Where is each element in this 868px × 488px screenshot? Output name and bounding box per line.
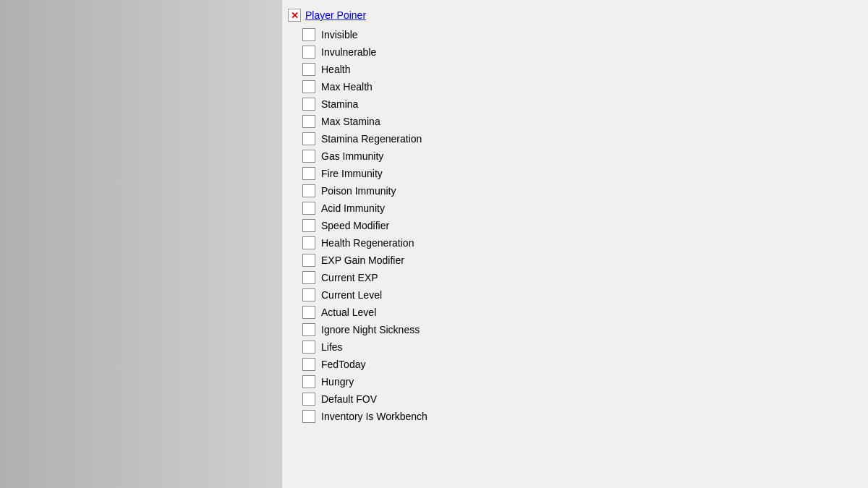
checkbox-hungry[interactable] (302, 375, 315, 388)
checkbox-acid-immunity[interactable] (302, 202, 315, 215)
checkbox-max-health[interactable] (302, 80, 315, 93)
list-item-fedtoday: FedToday (282, 356, 868, 373)
checkbox-invisible[interactable] (302, 28, 315, 41)
list-item-invulnerable: Invulnerable (282, 43, 868, 61)
label-health: Health (321, 64, 350, 75)
label-current-exp: Current EXP (321, 272, 378, 283)
checkbox-current-level[interactable] (302, 288, 315, 301)
checkbox-ignore-night-sickness[interactable] (302, 323, 315, 336)
list-item-inventory-is-workbench: Inventory Is Workbench (282, 408, 868, 425)
list-item-current-exp: Current EXP (282, 269, 868, 286)
label-speed-modifier: Speed Modifier (321, 220, 389, 231)
checkbox-actual-level[interactable] (302, 306, 315, 319)
list-item-stamina-regeneration: Stamina Regeneration (282, 130, 868, 147)
list-item-actual-level: Actual Level (282, 304, 868, 321)
list-item-gas-immunity: Gas Immunity (282, 147, 868, 165)
label-max-stamina: Max Stamina (321, 116, 380, 127)
label-hungry: Hungry (321, 376, 354, 388)
label-ignore-night-sickness: Ignore Night Sickness (321, 324, 420, 335)
list-item-exp-gain-modifier: EXP Gain Modifier (282, 252, 868, 269)
checkbox-stamina[interactable] (302, 98, 315, 111)
label-default-fov: Default FOV (321, 393, 377, 405)
list-item-acid-immunity: Acid Immunity (282, 200, 868, 217)
section-title: Player Poiner (305, 9, 366, 21)
checkbox-default-fov[interactable] (302, 393, 315, 406)
label-max-health: Max Health (321, 81, 373, 93)
label-inventory-is-workbench: Inventory Is Workbench (321, 411, 427, 422)
label-fedtoday: FedToday (321, 359, 365, 370)
label-lifes: Lifes (321, 341, 343, 353)
label-health-regeneration: Health Regeneration (321, 237, 414, 249)
checkbox-inventory-is-workbench[interactable] (302, 410, 315, 423)
label-stamina: Stamina (321, 98, 358, 110)
label-gas-immunity: Gas Immunity (321, 150, 383, 162)
checkbox-exp-gain-modifier[interactable] (302, 254, 315, 267)
list-item-health: Health (282, 61, 868, 78)
checkbox-current-exp[interactable] (302, 271, 315, 284)
list-item-stamina: Stamina (282, 95, 868, 113)
checkbox-fire-immunity[interactable] (302, 167, 315, 180)
checkbox-speed-modifier[interactable] (302, 219, 315, 232)
label-current-level: Current Level (321, 289, 382, 301)
label-invisible: Invisible (321, 29, 358, 40)
list-item-hungry: Hungry (282, 373, 868, 390)
list-item-invisible: Invisible (282, 26, 868, 43)
list-item-poison-immunity: Poison Immunity (282, 182, 868, 200)
label-poison-immunity: Poison Immunity (321, 185, 396, 197)
list-item-default-fov: Default FOV (282, 390, 868, 408)
checkbox-lifes[interactable] (302, 341, 315, 354)
checkbox-gas-immunity[interactable] (302, 150, 315, 163)
section-header: ✕ Player Poiner (282, 6, 868, 26)
checkbox-health-regeneration[interactable] (302, 236, 315, 249)
list-item-max-stamina: Max Stamina (282, 113, 868, 130)
section-header-checkbox[interactable]: ✕ (288, 9, 301, 22)
checkbox-poison-immunity[interactable] (302, 184, 315, 197)
list-item-fire-immunity: Fire Immunity (282, 165, 868, 182)
checkbox-stamina-regeneration[interactable] (302, 132, 315, 145)
checkbox-max-stamina[interactable] (302, 115, 315, 128)
list-item-current-level: Current Level (282, 286, 868, 304)
label-invulnerable: Invulnerable (321, 46, 376, 58)
label-actual-level: Actual Level (321, 307, 376, 318)
list-item-ignore-night-sickness: Ignore Night Sickness (282, 321, 868, 338)
checkbox-health[interactable] (302, 63, 315, 76)
main-content: ✕ Player Poiner InvisibleInvulnerableHea… (282, 0, 868, 488)
items-list: InvisibleInvulnerableHealthMax HealthSta… (282, 26, 868, 425)
label-stamina-regeneration: Stamina Regeneration (321, 133, 422, 145)
checkbox-fedtoday[interactable] (302, 358, 315, 371)
label-fire-immunity: Fire Immunity (321, 168, 383, 179)
list-item-speed-modifier: Speed Modifier (282, 217, 868, 234)
left-panel (0, 0, 282, 488)
label-acid-immunity: Acid Immunity (321, 202, 385, 214)
list-item-max-health: Max Health (282, 78, 868, 95)
list-item-lifes: Lifes (282, 338, 868, 356)
checkbox-invulnerable[interactable] (302, 46, 315, 59)
list-item-health-regeneration: Health Regeneration (282, 234, 868, 252)
label-exp-gain-modifier: EXP Gain Modifier (321, 254, 404, 266)
